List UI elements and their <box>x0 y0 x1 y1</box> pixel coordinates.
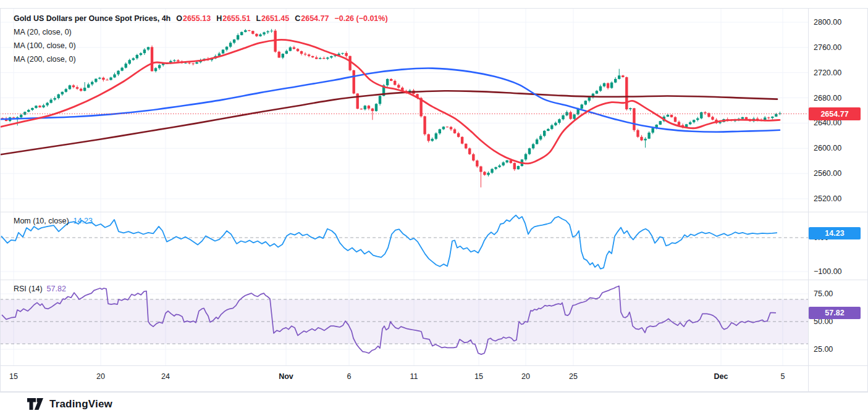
time-axis-label: 25 <box>560 372 587 381</box>
ma100-legend-row[interactable]: MA (100, close, 0) <box>14 39 388 52</box>
time-axis-label: Dec <box>707 372 735 381</box>
momentum-line <box>1 215 777 269</box>
time-axis-label: 15 <box>465 372 492 381</box>
time-axis-label: 20 <box>87 372 114 381</box>
momentum-legend-row[interactable]: Mom (10, close)14.23 <box>14 217 93 225</box>
rsi-value-badge: 57.82 <box>809 307 861 319</box>
ohlc-low: L2651.45 <box>256 14 289 23</box>
ma20-legend-row[interactable]: MA (20, close, 0) <box>14 25 388 39</box>
ohlc-high: H2655.51 <box>216 14 250 23</box>
price-axis-label: 2520.00 <box>814 193 841 204</box>
price-axis-label: 2560.00 <box>814 168 841 179</box>
price-axis-label: 2680.00 <box>814 93 841 104</box>
rsi-value: 57.82 <box>47 285 66 293</box>
footer-bar: TradingView <box>0 392 868 416</box>
momentum-value-badge: 14.23 <box>809 227 861 239</box>
momentum-label: Mom (10, close) <box>14 217 69 225</box>
price-axis-label: 2600.00 <box>814 143 841 154</box>
time-axis-label: 15 <box>0 372 27 381</box>
time-axis-label: Nov <box>272 372 300 381</box>
main-legend: Gold US Dollars per Ounce Spot Prices, 4… <box>14 12 388 66</box>
time-axis-label: 5 <box>769 372 796 381</box>
symbol-legend-row[interactable]: Gold US Dollars per Ounce Spot Prices, 4… <box>14 12 388 25</box>
time-axis-label: 11 <box>400 372 428 381</box>
symbol-title: Gold US Dollars per Ounce Spot Prices, 4… <box>14 14 171 23</box>
tradingview-logo-text[interactable]: TradingView <box>49 398 112 410</box>
rsi-legend-row[interactable]: RSI (14)57.82 <box>14 285 66 293</box>
price-axis-label: 2800.00 <box>814 17 841 28</box>
momentum-axis-label: −100.00 <box>814 266 842 277</box>
price-change: −0.26 (−0.01%) <box>334 14 387 23</box>
price-axis-label: 2760.00 <box>814 42 841 53</box>
time-axis-label: 6 <box>335 372 363 381</box>
ohlc-open: O2655.13 <box>176 14 211 23</box>
tradingview-logo-icon[interactable] <box>27 398 44 410</box>
price-axis-label: 2720.00 <box>814 67 841 78</box>
time-axis[interactable]: 152024Nov611152025Dec5 <box>0 365 868 392</box>
ohlc-close: C2654.77 <box>295 14 329 23</box>
rsi-label: RSI (14) <box>14 285 43 293</box>
momentum-value: 14.23 <box>74 217 93 225</box>
rsi-axis-label: 25.00 <box>814 344 833 355</box>
price-axis[interactable]: 2800.002760.002720.002680.002640.002600.… <box>808 0 868 392</box>
ma200-legend-row[interactable]: MA (200, close, 0) <box>14 52 388 66</box>
current-price-badge: 2654.77 <box>809 107 861 120</box>
ma100-line <box>0 69 780 132</box>
rsi-axis-label: 75.00 <box>814 288 833 299</box>
time-axis-label: 20 <box>512 372 539 381</box>
tradingview-chart-widget: Gold US Dollars per Ounce Spot Prices, 4… <box>0 0 868 416</box>
time-axis-label: 24 <box>152 372 179 381</box>
